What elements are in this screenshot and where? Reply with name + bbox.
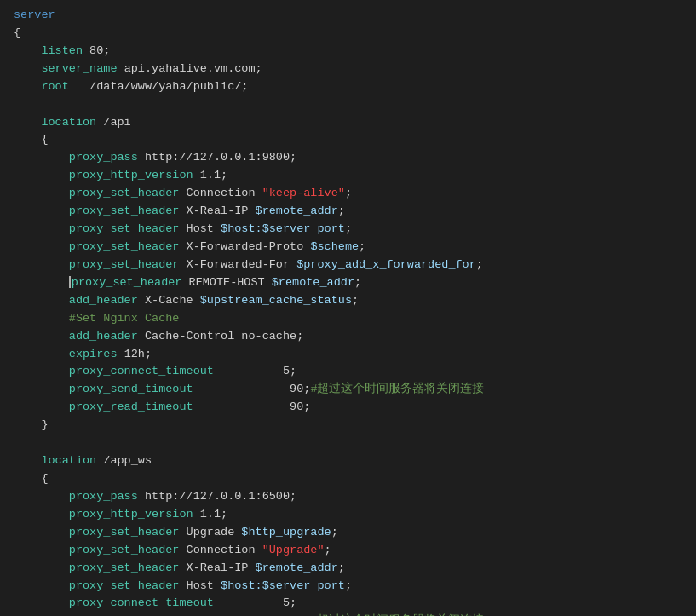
directive-token: expires <box>69 348 118 360</box>
plain-token <box>14 365 69 377</box>
code-line: proxy_pass http://127.0.0.1:6500; <box>14 488 682 506</box>
plain-token <box>14 383 69 395</box>
plain-token: ; <box>345 187 352 199</box>
directive-token: proxy_connect_timeout <box>69 596 214 609</box>
directive-token: proxy_set_header <box>69 240 180 253</box>
keyword-token: server <box>14 9 55 21</box>
directive-token: root <box>41 80 68 93</box>
plain-token <box>14 596 69 609</box>
code-line: #Set Nginx Cache <box>14 310 682 328</box>
code-line: location /api <box>14 114 682 132</box>
variable-token: $proxy_add_x_forwarded_for <box>296 258 476 271</box>
plain-token <box>14 579 69 592</box>
plain-token: 5; <box>214 365 296 377</box>
plain-token <box>14 330 69 343</box>
directive-token: proxy_http_version <box>69 508 193 521</box>
code-line: server_name api.yahalive.vm.com; <box>14 60 682 78</box>
directive-token: proxy_set_header <box>72 276 182 289</box>
code-line: proxy_http_version 1.1; <box>14 167 682 185</box>
plain-token <box>14 80 41 93</box>
plain-token <box>14 187 69 199</box>
directive-token: location <box>41 454 96 467</box>
code-line: add_header X-Cache $upstream_cache_statu… <box>14 292 682 310</box>
plain-token <box>14 561 69 574</box>
code-line: proxy_pass http://127.0.0.1:9800; <box>14 149 682 167</box>
plain-token <box>14 169 69 181</box>
plain-token: api.yahalive.vm.com; <box>118 62 262 75</box>
plain-token: X-Cache <box>138 294 200 307</box>
plain-token <box>14 116 41 129</box>
code-line: proxy_send_timeout 90;#超过这个时间服务器将关闭连接 <box>14 381 682 399</box>
plain-token: ; <box>359 240 365 253</box>
directive-token: listen <box>41 44 83 57</box>
directive-token: proxy_send_timeout <box>69 383 193 395</box>
code-line: proxy_set_header X-Real-IP $remote_addr; <box>14 203 682 221</box>
directive-token: proxy_pass <box>69 490 138 503</box>
string-token: "keep-alive" <box>262 187 345 199</box>
plain-token <box>14 240 69 253</box>
plain-token: Connection <box>179 187 262 199</box>
plain-token: { <box>14 133 49 146</box>
plain-token <box>14 508 69 521</box>
plain-token: /api <box>96 116 131 129</box>
plain-token: } <box>14 418 49 431</box>
plain-token: ; <box>354 276 361 289</box>
variable-token: $http_upgrade <box>241 526 331 538</box>
plain-token: ; <box>352 294 359 307</box>
plain-token: ; <box>325 544 331 556</box>
code-line: proxy_send_timeout 90;#超过这个时间服务器将关闭连接 <box>14 613 682 616</box>
code-line: { <box>14 131 682 149</box>
code-line: proxy_set_header Upgrade $http_upgrade; <box>14 524 682 542</box>
plain-token <box>14 348 69 360</box>
variable-token: $upstream_cache_status <box>200 294 352 307</box>
plain-token: Cache-Control no-cache; <box>138 330 303 343</box>
variable-token: $host:$server_port <box>221 579 345 592</box>
code-line: proxy_connect_timeout 5; <box>14 363 682 381</box>
directive-token: proxy_set_header <box>69 187 180 199</box>
plain-token <box>14 258 69 271</box>
plain-token: ; <box>338 561 345 574</box>
plain-token: { <box>14 26 20 39</box>
plain-token <box>14 151 69 164</box>
plain-token <box>14 454 41 467</box>
plain-token: 1.1; <box>193 169 228 181</box>
plain-token: Upgrade <box>179 526 241 538</box>
plain-token: X-Real-IP <box>179 561 255 574</box>
comment-token: #Set Nginx Cache <box>69 312 180 325</box>
directive-token: location <box>41 116 96 129</box>
code-line: proxy_connect_timeout 5; <box>14 595 682 613</box>
plain-token <box>14 544 69 556</box>
plain-token <box>14 276 69 289</box>
plain-token <box>14 312 69 325</box>
plain-token: 80; <box>83 44 110 57</box>
plain-token: { <box>14 472 49 485</box>
code-line: listen 80; <box>14 43 682 60</box>
text-cursor <box>69 276 71 288</box>
plain-token: REMOTE-HOST <box>181 276 271 289</box>
directive-token: proxy_connect_timeout <box>69 365 214 377</box>
plain-token: /app_ws <box>96 454 152 467</box>
plain-token: /data/www/yaha/public/; <box>69 80 249 93</box>
plain-token <box>14 490 69 503</box>
code-editor: server{ listen 80; server_name api.yahal… <box>0 7 696 616</box>
variable-token: $remote_addr <box>272 276 354 289</box>
code-line: proxy_read_timeout 90; <box>14 399 682 417</box>
plain-token: http://127.0.0.1:9800; <box>138 151 296 164</box>
plain-token <box>14 526 69 538</box>
plain-token: X-Forwarded-Proto <box>179 240 310 253</box>
directive-token: proxy_set_header <box>69 204 180 217</box>
plain-token: 90; <box>193 383 311 395</box>
plain-token: http://127.0.0.1:6500; <box>138 490 296 503</box>
code-line: proxy_set_header REMOTE-HOST $remote_add… <box>14 274 682 292</box>
directive-token: add_header <box>69 294 138 307</box>
directive-token: server_name <box>41 62 117 75</box>
plain-token: ; <box>476 258 483 271</box>
code-line: proxy_set_header X-Forwarded-For $proxy_… <box>14 256 682 274</box>
directive-token: proxy_read_timeout <box>69 400 193 413</box>
code-line: proxy_http_version 1.1; <box>14 506 682 524</box>
code-line: { <box>14 25 682 43</box>
comment-token: #超过这个时间服务器将关闭连接 <box>310 383 484 395</box>
plain-token: 12h; <box>118 348 152 360</box>
code-line: proxy_set_header X-Real-IP $remote_addr; <box>14 560 682 578</box>
directive-token: proxy_set_header <box>69 561 180 574</box>
